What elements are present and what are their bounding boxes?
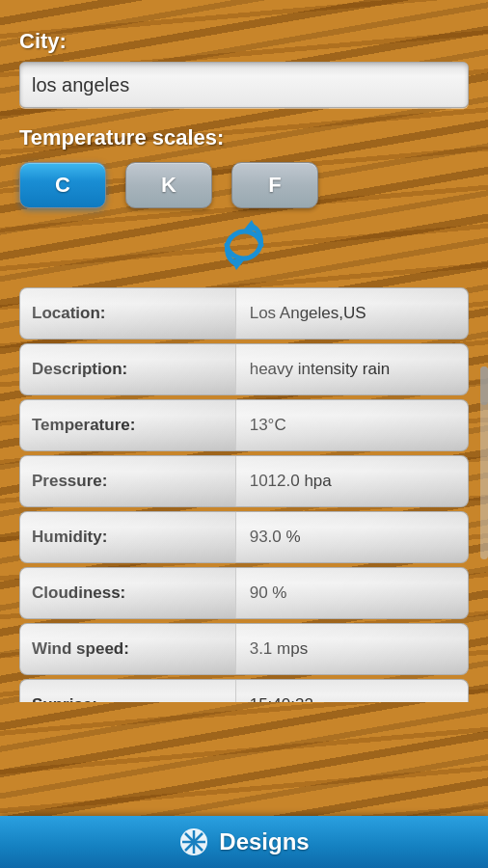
designs-icon bbox=[178, 827, 209, 857]
table-row: Description: heavy intensity rain bbox=[19, 343, 469, 395]
humidity-label: Humidity: bbox=[32, 528, 107, 546]
location-label: Location: bbox=[32, 304, 106, 322]
wind-speed-label: Wind speed: bbox=[32, 639, 129, 658]
bottom-bar-label: Designs bbox=[219, 828, 309, 855]
table-row: Humidity: 93.0 % bbox=[19, 511, 469, 563]
description-value: heavy intensity rain bbox=[250, 360, 391, 378]
location-value: Los Angeles,US bbox=[250, 304, 366, 322]
celsius-button[interactable]: C bbox=[19, 162, 106, 208]
sunrise-value: 15:40:32 bbox=[250, 695, 313, 714]
table-row: Temperature: 13°C bbox=[19, 399, 469, 451]
table-row: Cloudiness: 90 % bbox=[19, 567, 469, 619]
pressure-value: 1012.0 hpa bbox=[250, 472, 332, 490]
fahrenheit-button[interactable]: F bbox=[231, 162, 318, 208]
city-input[interactable] bbox=[19, 62, 469, 108]
pressure-label: Pressure: bbox=[32, 472, 107, 490]
scrollbar[interactable] bbox=[480, 366, 488, 559]
scrollbar-thumb[interactable] bbox=[480, 366, 488, 405]
description-label: Description: bbox=[32, 360, 127, 378]
cloudiness-label: Cloudiness: bbox=[32, 583, 125, 602]
table-row-partial: Sunrise: 15:40:32 bbox=[19, 679, 469, 731]
table-row: Location: Los Angeles,US bbox=[19, 287, 469, 339]
main-content: City: Temperature scales: C K F Location… bbox=[0, 0, 488, 735]
bottom-bar[interactable]: Designs bbox=[0, 816, 488, 868]
cloudiness-value: 90 % bbox=[250, 583, 287, 602]
table-row: Wind speed: 3.1 mps bbox=[19, 623, 469, 675]
refresh-container bbox=[19, 216, 469, 274]
weather-data-table: Location: Los Angeles,US Description: he… bbox=[19, 284, 469, 735]
temperature-label: Temperature: bbox=[32, 416, 135, 434]
scale-buttons-row: C K F bbox=[19, 162, 469, 208]
refresh-icon[interactable] bbox=[215, 216, 273, 274]
wind-speed-value: 3.1 mps bbox=[250, 639, 308, 658]
city-label: City: bbox=[19, 29, 469, 54]
temperature-value: 13°C bbox=[250, 416, 286, 434]
table-row: Pressure: 1012.0 hpa bbox=[19, 455, 469, 507]
sunrise-label: Sunrise: bbox=[32, 695, 97, 714]
humidity-value: 93.0 % bbox=[250, 528, 301, 546]
temp-scales-label: Temperature scales: bbox=[19, 125, 469, 150]
kelvin-button[interactable]: K bbox=[125, 162, 212, 208]
